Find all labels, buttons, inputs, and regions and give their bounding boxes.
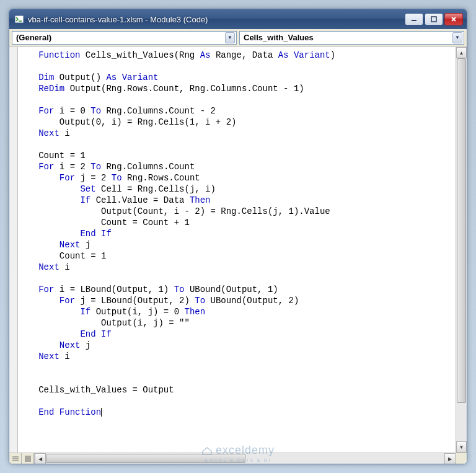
procedure-dropdown[interactable]: Cells_with_Values ▼: [239, 31, 464, 45]
object-dropdown[interactable]: (General) ▼: [12, 31, 237, 45]
chevron-down-icon: ▼: [225, 32, 235, 43]
code-window: vba-if-cell-contains-value-1.xlsm - Modu…: [9, 9, 467, 464]
vscroll-track[interactable]: [456, 58, 467, 441]
titlebar[interactable]: vba-if-cell-contains-value-1.xlsm - Modu…: [9, 9, 467, 29]
full-module-view-button[interactable]: [22, 453, 34, 464]
hscroll-thumb[interactable]: [46, 454, 245, 463]
window-title: vba-if-cell-contains-value-1.xlsm - Modu…: [28, 15, 405, 24]
scroll-right-button[interactable]: ▶: [444, 453, 456, 464]
view-mode-buttons: [9, 453, 35, 464]
bottom-bar: ◀ ▶: [9, 453, 467, 464]
window-controls: [405, 13, 463, 25]
hscroll-track[interactable]: [46, 453, 444, 464]
vba-module-icon: [14, 14, 24, 24]
minimize-button[interactable]: [405, 13, 423, 25]
maximize-button[interactable]: [425, 13, 443, 25]
scroll-up-button[interactable]: ▲: [456, 47, 467, 58]
scroll-corner: [456, 453, 467, 464]
vertical-scrollbar[interactable]: ▲ ▼: [456, 47, 467, 453]
vscroll-thumb[interactable]: [457, 58, 466, 403]
procedure-view-button[interactable]: [9, 453, 22, 464]
code-editor[interactable]: Function Cells_with_Values(Rng As Range,…: [18, 47, 456, 453]
scroll-down-button[interactable]: ▼: [456, 441, 467, 453]
code-area: Function Cells_with_Values(Rng As Range,…: [9, 46, 467, 453]
close-button[interactable]: [444, 13, 463, 25]
dropdown-bar: (General) ▼ Cells_with_Values ▼: [9, 29, 467, 46]
horizontal-scrollbar[interactable]: ◀ ▶: [35, 453, 456, 464]
svg-rect-0: [15, 15, 24, 23]
scroll-left-button[interactable]: ◀: [35, 453, 46, 464]
chevron-down-icon: ▼: [452, 32, 462, 43]
object-dropdown-label: (General): [16, 33, 225, 42]
margin-indicator-bar[interactable]: [9, 47, 18, 453]
svg-rect-2: [431, 17, 436, 22]
procedure-dropdown-label: Cells_with_Values: [244, 33, 452, 42]
